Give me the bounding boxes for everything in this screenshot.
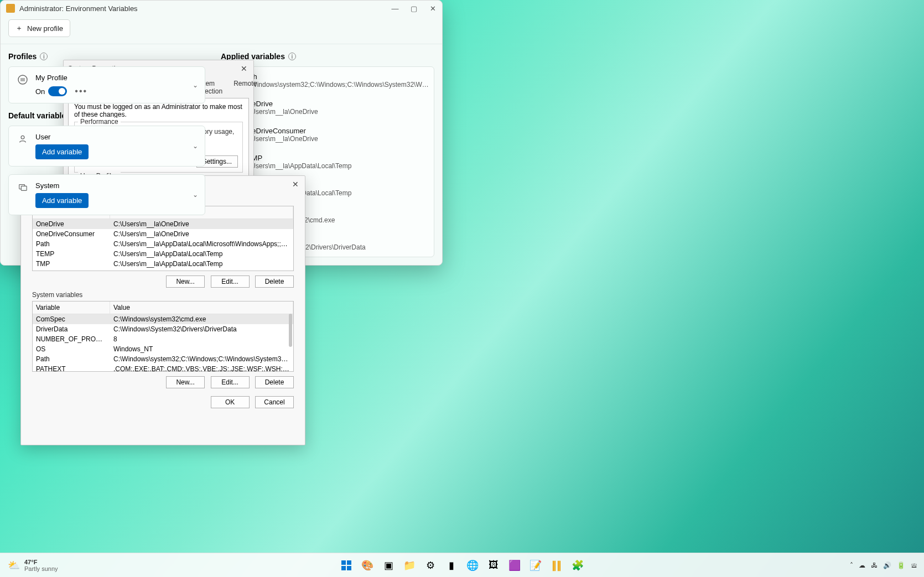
task-view-icon[interactable]: ▣ — [382, 559, 395, 572]
more-icon[interactable]: ••• — [75, 86, 87, 96]
table-row[interactable]: TMPC:\Users\m__la\AppData\Local\Temp — [33, 259, 293, 269]
user-edit-button[interactable]: Edit... — [211, 275, 250, 288]
app-icon[interactable]: ‖‖ — [550, 559, 563, 572]
cancel-button[interactable]: Cancel — [255, 396, 294, 408]
variable-name: TEMP — [242, 154, 351, 162]
table-row[interactable]: PathC:\Users\m__la\AppData\Local\Microso… — [33, 239, 293, 249]
cell-variable: TEMP — [33, 249, 110, 259]
environment-variables-window[interactable]: Environment Variables ✕ User variables f… — [20, 175, 305, 445]
cell-variable: OS — [33, 344, 110, 354]
cell-variable: Path — [33, 239, 110, 249]
cell-variable: TMP — [33, 259, 110, 269]
app-icon[interactable]: 🟪 — [508, 559, 521, 572]
profile-name: My Profile — [35, 74, 197, 82]
notification-icon[interactable]: 🛎 — [911, 562, 917, 569]
svg-rect-3 — [21, 186, 27, 190]
close-icon[interactable]: ✕ — [238, 63, 250, 75]
admin-note: You must be logged on as an Administrato… — [74, 103, 243, 118]
cell-variable: NUMBER_OF_PROCESSORS — [33, 334, 110, 344]
cell-value: C:\Users\m__la\OneDrive — [110, 219, 293, 229]
info-icon[interactable]: i — [40, 53, 48, 60]
taskbar[interactable]: ⛅ 47°F Partly sunny 🎨 ▣ 📁 ⚙ ▮ 🌐 🖼 🟪 📝 ‖‖… — [0, 553, 924, 577]
onedrive-icon[interactable]: ☁ — [859, 562, 865, 569]
chevron-up-icon[interactable]: ˄ — [850, 562, 853, 569]
profile-state: On — [35, 87, 45, 96]
profile-toggle[interactable] — [48, 86, 67, 96]
chevron-down-icon[interactable]: ⌄ — [193, 142, 198, 150]
table-row[interactable]: OneDriveC:\Users\m__la\OneDrive — [33, 219, 293, 229]
network-icon[interactable]: 🖧 — [871, 562, 878, 569]
window-title: Administrator: Environment Variables — [19, 4, 138, 13]
user-card[interactable]: User Add variable ⌄ — [8, 126, 205, 167]
variable-value: C:\Users\m__la\AppData\Local\Temp — [242, 162, 351, 170]
cell-value: 8 — [110, 334, 293, 344]
person-icon — [17, 133, 29, 145]
table-row[interactable]: DriverDataC:\Windows\System32\Drivers\Dr… — [33, 324, 293, 334]
window-titlebar[interactable]: Administrator: Environment Variables — ▢… — [1, 1, 442, 16]
table-row[interactable]: OneDriveConsumerC:\Users\m__la\OneDrive — [33, 229, 293, 239]
cell-variable: OneDriveConsumer — [33, 229, 110, 239]
table-row[interactable]: PathC:\Windows\system32;C:\Windows;C:\Wi… — [33, 354, 293, 364]
cell-value: C:\Windows\system32;C:\Windows;C:\Window… — [110, 354, 293, 364]
user-variables-table[interactable]: Variable Value OneDriveC:\Users\m__la\On… — [32, 206, 294, 271]
close-icon[interactable]: ✕ — [289, 178, 302, 190]
cell-variable: Path — [33, 354, 110, 364]
system-delete-button[interactable]: Delete — [255, 376, 294, 388]
app-icon[interactable]: 📝 — [529, 559, 542, 572]
volume-icon[interactable]: 🔊 — [883, 562, 891, 569]
tab-remote[interactable]: Remote — [230, 77, 261, 98]
col-variable[interactable]: Variable — [33, 302, 110, 314]
cell-value: Windows_NT — [110, 344, 293, 354]
table-row[interactable]: ComSpecC:\Windows\system32\cmd.exe — [33, 314, 293, 324]
cell-variable: ComSpec — [33, 314, 110, 324]
system-edit-button[interactable]: Edit... — [211, 376, 250, 388]
user-new-button[interactable]: New... — [166, 275, 205, 288]
table-row[interactable]: TEMPC:\Users\m__la\AppData\Local\Temp — [33, 249, 293, 259]
system-card[interactable]: System Add variable ⌄ — [8, 174, 205, 215]
svg-rect-16 — [347, 566, 351, 570]
profile-card[interactable]: My Profile On ••• ⌄ — [8, 66, 205, 103]
cell-value: C:\Users\m__la\AppData\Local\Temp — [110, 249, 293, 259]
weather-icon: ⛅ — [8, 559, 20, 571]
new-profile-button[interactable]: ＋ New profile — [8, 19, 70, 37]
file-explorer-icon[interactable]: 📁 — [403, 559, 416, 572]
settings-icon[interactable]: ⚙ — [424, 559, 437, 572]
weather-widget[interactable]: ⛅ 47°F Partly sunny — [8, 559, 58, 572]
cell-value: C:\Users\m__la\AppData\Local\Temp — [110, 259, 293, 269]
profile-icon — [17, 74, 29, 86]
start-icon[interactable] — [340, 559, 353, 572]
taskbar-center: 🎨 ▣ 📁 ⚙ ▮ 🌐 🖼 🟪 📝 ‖‖ 🧩 — [340, 559, 584, 572]
ok-button[interactable]: OK — [211, 396, 250, 408]
cell-value: C:\Users\m__la\AppData\Local\Microsoft\W… — [110, 239, 293, 249]
system-tray[interactable]: ˄ ☁ 🖧 🔊 🔋 🛎 — [850, 562, 917, 569]
info-icon[interactable]: i — [288, 53, 296, 60]
maximize-icon[interactable]: ▢ — [410, 4, 418, 13]
add-variable-button[interactable]: Add variable — [35, 144, 89, 159]
app-icon[interactable]: 🧩 — [571, 559, 584, 572]
chevron-down-icon[interactable]: ⌄ — [193, 81, 198, 89]
card-title: User — [35, 133, 197, 141]
system-new-button[interactable]: New... — [166, 376, 205, 388]
card-title: System — [35, 181, 197, 190]
table-row[interactable]: NUMBER_OF_PROCESSORS8 — [33, 334, 293, 344]
table-row[interactable]: PATHEXT.COM;.EXE;.BAT;.CMD;.VBS;.VBE;.JS… — [33, 364, 293, 372]
system-variables-table[interactable]: Variable Value ComSpecC:\Windows\system3… — [32, 301, 294, 372]
user-delete-button[interactable]: Delete — [255, 275, 294, 288]
close-icon[interactable]: ✕ — [429, 4, 437, 13]
edge-icon[interactable]: 🌐 — [466, 559, 479, 572]
table-row[interactable]: OSWindows_NT — [33, 344, 293, 354]
scrollbar[interactable] — [289, 314, 292, 347]
chevron-down-icon[interactable]: ⌄ — [193, 191, 198, 199]
minimize-icon[interactable]: — — [391, 4, 399, 13]
battery-icon[interactable]: 🔋 — [897, 562, 905, 569]
svg-rect-15 — [341, 566, 346, 570]
col-value[interactable]: Value — [110, 302, 293, 314]
weather-temp: 47°F — [24, 559, 58, 565]
add-variable-button[interactable]: Add variable — [35, 193, 89, 208]
svg-rect-13 — [341, 560, 346, 565]
app-icon[interactable]: 🎨 — [361, 559, 374, 572]
terminal-icon[interactable]: ▮ — [445, 559, 458, 572]
cell-value: C:\Users\m__la\OneDrive — [110, 229, 293, 239]
weather-cond: Partly sunny — [24, 565, 58, 572]
app-icon[interactable]: 🖼 — [487, 559, 500, 572]
